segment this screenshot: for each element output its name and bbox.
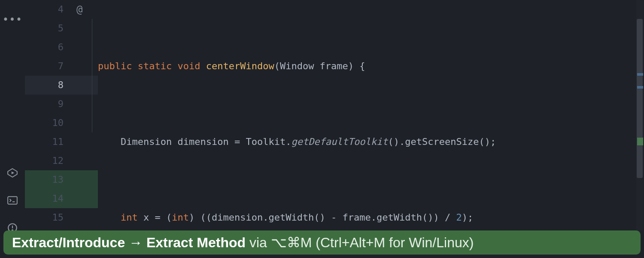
line-number: 15: [25, 208, 64, 227]
gutter-annotations: @: [76, 0, 98, 258]
code-content[interactable]: public static void centerWindow(Window f…: [98, 0, 644, 258]
hint-shortcut-win: (Ctrl+Alt+M for Win/Linux): [312, 235, 474, 251]
line-number: 5: [25, 19, 64, 38]
vertical-scrollbar[interactable]: [636, 0, 643, 230]
line-number: 11: [25, 132, 64, 151]
code-line: int x = (int) ((dimension.getWidth() - f…: [98, 208, 644, 227]
overview-mark[interactable]: [637, 73, 643, 76]
line-number: 12: [25, 151, 64, 170]
line-number: 4: [25, 0, 64, 19]
line-number: 9: [25, 95, 64, 114]
method-annotation-icon[interactable]: @: [76, 0, 82, 19]
hint-shortcut-mac: ⌥⌘M: [271, 234, 312, 251]
tool-sidebar: •••: [0, 0, 25, 258]
overview-mark[interactable]: [637, 138, 643, 145]
editor-area[interactable]: 4 5 6 7 8 9 10 11 12 13 14 15 @ public s…: [25, 0, 644, 258]
scroll-thumb[interactable]: [637, 19, 643, 178]
overview-mark[interactable]: [637, 86, 643, 89]
shortcut-hint-bar: Extract/Introduce → Extract Method via ⌥…: [3, 230, 641, 255]
editor-root: ••• 4 5 6 7: [0, 0, 644, 258]
terminal-icon[interactable]: [6, 194, 18, 206]
line-gutter: 4 5 6 7 8 9 10 11 12 13 14 15: [25, 0, 76, 258]
hint-via: via: [246, 235, 271, 251]
more-icon[interactable]: •••: [3, 14, 22, 31]
svg-marker-1: [12, 172, 15, 175]
code-line: Dimension dimension = Toolkit.getDefault…: [98, 132, 644, 151]
code-line: public static void centerWindow(Window f…: [98, 57, 644, 76]
line-number: 7: [25, 57, 64, 76]
run-config-icon[interactable]: [6, 167, 18, 179]
line-number: 6: [25, 38, 64, 57]
hint-action: Extract/Introduce → Extract Method: [12, 235, 246, 251]
svg-rect-2: [8, 197, 17, 204]
line-number: 10: [25, 114, 64, 132]
